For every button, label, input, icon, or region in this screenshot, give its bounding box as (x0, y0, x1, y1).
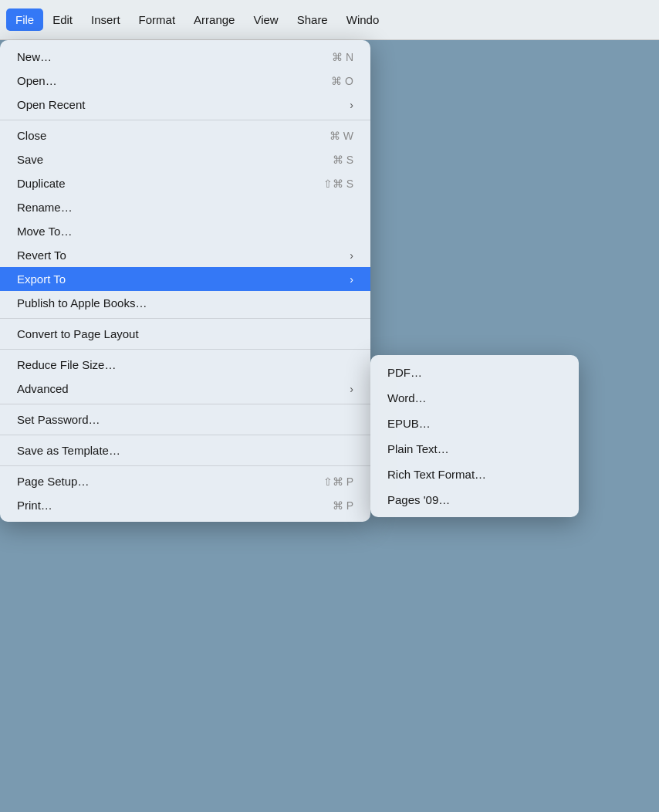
menu-item-advanced[interactable]: Advanced › (0, 377, 370, 401)
menu-item-rename[interactable]: Rename… (0, 195, 370, 219)
menu-item-close[interactable]: Close ⌘ W (0, 123, 370, 147)
chevron-right-icon: › (350, 383, 353, 395)
menu-item-save[interactable]: Save ⌘ S (0, 147, 370, 171)
menu-item-print[interactable]: Print… ⌘ P (0, 493, 370, 517)
chevron-right-icon: › (350, 249, 353, 262)
menu-item-export-to[interactable]: Export To › (0, 267, 370, 291)
menu-item-rich-text[interactable]: Rich Text Format… (370, 462, 579, 487)
menu-item-duplicate[interactable]: Duplicate ⇧⌘ S (0, 171, 370, 195)
menubar-item-format[interactable]: Format (130, 8, 185, 31)
menu-item-set-password[interactable]: Set Password… (0, 408, 370, 431)
menu-item-save-template[interactable]: Save as Template… (0, 438, 370, 462)
separator-2 (0, 318, 370, 319)
menubar-item-share[interactable]: Share (288, 8, 337, 31)
menubar-item-file[interactable]: File (6, 8, 43, 31)
menubar-item-insert[interactable]: Insert (82, 8, 130, 31)
menubar-item-window[interactable]: Windo (337, 8, 389, 31)
menubar-item-edit[interactable]: Edit (43, 8, 82, 31)
menu-item-word[interactable]: Word… (370, 385, 579, 411)
menubar-item-arrange[interactable]: Arrange (184, 8, 244, 31)
menu-item-plain-text[interactable]: Plain Text… (370, 436, 579, 462)
chevron-right-icon: › (350, 273, 353, 286)
separator-6 (0, 465, 370, 466)
menu-item-reduce-file-size[interactable]: Reduce File Size… (0, 353, 370, 377)
menubar-item-view[interactable]: View (244, 8, 287, 31)
export-submenu: PDF… Word… EPUB… Plain Text… Rich Text F… (370, 355, 579, 517)
menu-item-pdf[interactable]: PDF… (370, 360, 579, 385)
menubar: File Edit Insert Format Arrange View Sha… (0, 0, 659, 40)
separator-4 (0, 404, 370, 404)
separator-3 (0, 349, 370, 350)
menu-item-convert-page-layout[interactable]: Convert to Page Layout (0, 322, 370, 346)
menu-item-revert-to[interactable]: Revert To › (0, 243, 370, 267)
menu-item-open-recent[interactable]: Open Recent › (0, 93, 370, 117)
menu-item-page-setup[interactable]: Page Setup… ⇧⌘ P (0, 469, 370, 493)
menu-item-move-to[interactable]: Move To… (0, 219, 370, 243)
separator-1 (0, 120, 370, 120)
menu-item-pages09[interactable]: Pages '09… (370, 487, 579, 513)
separator-5 (0, 435, 370, 435)
menu-item-open[interactable]: Open… ⌘ O (0, 69, 370, 93)
menu-item-publish-apple-books[interactable]: Publish to Apple Books… (0, 291, 370, 315)
chevron-right-icon: › (350, 99, 353, 111)
menu-item-epub[interactable]: EPUB… (370, 411, 579, 436)
file-dropdown-menu: New… ⌘ N Open… ⌘ O Open Recent › Close ⌘… (0, 40, 370, 522)
menu-item-new[interactable]: New… ⌘ N (0, 45, 370, 69)
